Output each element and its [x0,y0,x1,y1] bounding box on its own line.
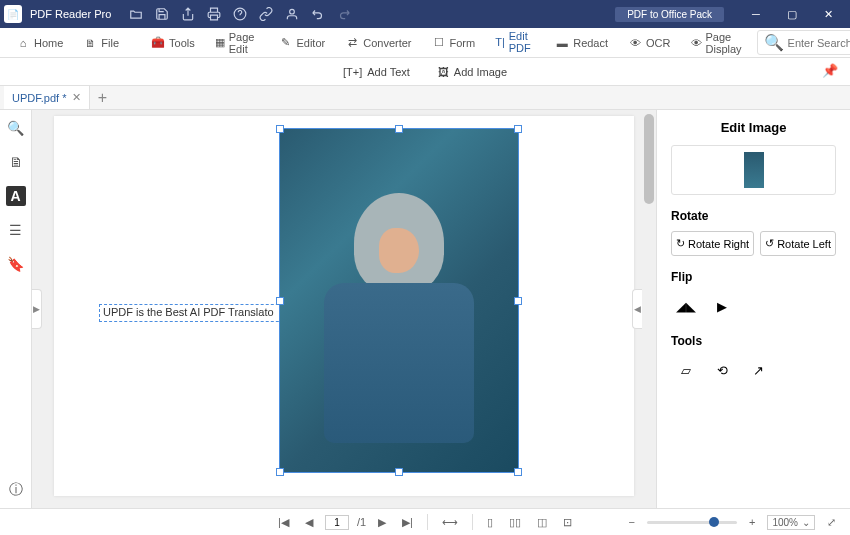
fit-width-button[interactable]: ⟷ [438,514,462,531]
editor-icon: ✎ [278,36,292,50]
selected-image[interactable] [279,128,519,473]
editor-menu[interactable]: ✎Editor [270,32,333,54]
rotate-right-button[interactable]: ↻Rotate Right [671,231,754,256]
redo-icon[interactable] [333,3,355,25]
maximize-button[interactable]: ▢ [774,0,810,28]
annotations-panel-icon[interactable]: A [6,186,26,206]
image-thumbnail [671,145,836,195]
zoom-slider-thumb[interactable] [709,517,719,527]
scrollbar-thumb[interactable] [644,114,654,204]
page-display-menu[interactable]: 👁Page Display [683,27,753,59]
print-icon[interactable] [203,3,225,25]
home-icon: ⌂ [16,36,30,50]
resize-handle-bm[interactable] [395,468,403,476]
replace-button[interactable]: ⟲ [707,356,737,384]
new-tab-button[interactable]: + [90,86,114,109]
last-page-button[interactable]: ▶| [398,514,417,531]
flip-vertical-button[interactable]: ▶ [707,292,737,320]
outline-panel-icon[interactable]: ☰ [6,220,26,240]
search-input[interactable] [788,37,850,49]
left-sidebar: 🔍 🗎 A ☰ 🔖 ⓘ [0,110,32,508]
minimize-button[interactable]: ─ [738,0,774,28]
app-title: PDF Reader Pro [30,8,111,20]
resize-handle-tl[interactable] [276,125,284,133]
bookmarks-panel-icon[interactable]: 🔖 [6,254,26,274]
zoom-slider[interactable] [647,521,737,524]
form-icon: ☐ [432,36,446,50]
pdf-to-office-pack-button[interactable]: PDF to Office Pack [615,7,724,22]
page-edit-menu[interactable]: ▦Page Edit [207,27,267,59]
close-button[interactable]: ✕ [810,0,846,28]
edit-pdf-icon: T| [495,35,505,49]
add-image-icon: 🖼 [438,66,449,78]
user-icon[interactable] [281,3,303,25]
book-view-button[interactable]: ◫ [533,514,551,531]
search-box[interactable]: 🔍 [757,30,850,55]
resize-handle-tm[interactable] [395,125,403,133]
search-icon: 🔍 [764,33,784,52]
search-panel-icon[interactable]: 🔍 [6,118,26,138]
redact-menu[interactable]: ▬Redact [547,32,616,54]
form-menu[interactable]: ☐Form [424,32,484,54]
ocr-menu[interactable]: 👁OCR [620,32,678,54]
vertical-scrollbar[interactable] [642,110,656,508]
home-menu[interactable]: ⌂Home [8,32,71,54]
chevron-down-icon: ⌄ [802,517,810,528]
converter-menu[interactable]: ⇄Converter [337,32,419,54]
redact-icon: ▬ [555,36,569,50]
crop-button[interactable]: ▱ [671,356,701,384]
undo-icon[interactable] [307,3,329,25]
rotate-section-label: Rotate [671,209,836,223]
link-icon[interactable] [255,3,277,25]
expand-right-handle[interactable]: ◀ [632,289,642,329]
pdf-page[interactable]: UPDF is the Best AI PDF Translato [54,116,634,496]
converter-icon: ⇄ [345,36,359,50]
resize-handle-ml[interactable] [276,297,284,305]
reading-mode-button[interactable]: ⊡ [559,514,576,531]
rotate-left-button[interactable]: ↺Rotate Left [760,231,836,256]
page-input[interactable] [325,515,349,530]
prev-page-button[interactable]: ◀ [301,514,317,531]
document-tab[interactable]: UPDF.pdf * ✕ [4,86,90,109]
add-image-button[interactable]: 🖼Add Image [432,62,513,82]
tools-icon: 🧰 [151,36,165,50]
file-icon: 🗎 [83,36,97,50]
rotate-right-icon: ↻ [676,237,685,250]
zoom-dropdown[interactable]: 100%⌄ [767,515,815,530]
status-bar: |◀ ◀ /1 ▶ ▶| ⟷ ▯ ▯▯ ◫ ⊡ − + 100%⌄ ⤢ [0,508,850,535]
first-page-button[interactable]: |◀ [274,514,293,531]
editable-text-box[interactable]: UPDF is the Best AI PDF Translato [99,304,294,322]
info-icon[interactable]: ⓘ [6,480,26,500]
expand-left-handle[interactable]: ▶ [32,289,42,329]
open-folder-icon[interactable] [125,3,147,25]
zoom-out-button[interactable]: − [625,514,639,530]
document-canvas[interactable]: ▶ UPDF is the Best AI PDF Translato [32,110,656,508]
tab-label: UPDF.pdf * [12,92,66,104]
tab-close-icon[interactable]: ✕ [72,91,81,104]
resize-handle-tr[interactable] [514,125,522,133]
thumbnails-panel-icon[interactable]: 🗎 [6,152,26,172]
edit-image-panel: Edit Image Rotate ↻Rotate Right ↺Rotate … [656,110,850,508]
add-text-button[interactable]: [T+]Add Text [337,62,416,82]
fullscreen-button[interactable]: ⤢ [823,514,840,531]
help-icon[interactable] [229,3,251,25]
tools-menu[interactable]: 🧰Tools [143,32,203,54]
two-page-button[interactable]: ▯▯ [505,514,525,531]
image-content [280,129,518,472]
zoom-in-button[interactable]: + [745,514,759,530]
save-icon[interactable] [151,3,173,25]
next-page-button[interactable]: ▶ [374,514,390,531]
tools-section-label: Tools [671,334,836,348]
resize-handle-mr[interactable] [514,297,522,305]
pin-icon[interactable]: 📌 [822,63,838,78]
main-area: 🔍 🗎 A ☰ 🔖 ⓘ ▶ UPDF is the Best AI PDF Tr… [0,110,850,508]
single-page-button[interactable]: ▯ [483,514,497,531]
resize-handle-br[interactable] [514,468,522,476]
flip-horizontal-button[interactable]: ◢◣ [671,292,701,320]
export-button[interactable]: ↗ [743,356,773,384]
edit-pdf-menu[interactable]: T|Edit PDF [487,26,543,60]
sub-toolbar: [T+]Add Text 🖼Add Image 📌 [0,58,850,86]
file-menu[interactable]: 🗎File [75,32,127,54]
resize-handle-bl[interactable] [276,468,284,476]
share-icon[interactable] [177,3,199,25]
